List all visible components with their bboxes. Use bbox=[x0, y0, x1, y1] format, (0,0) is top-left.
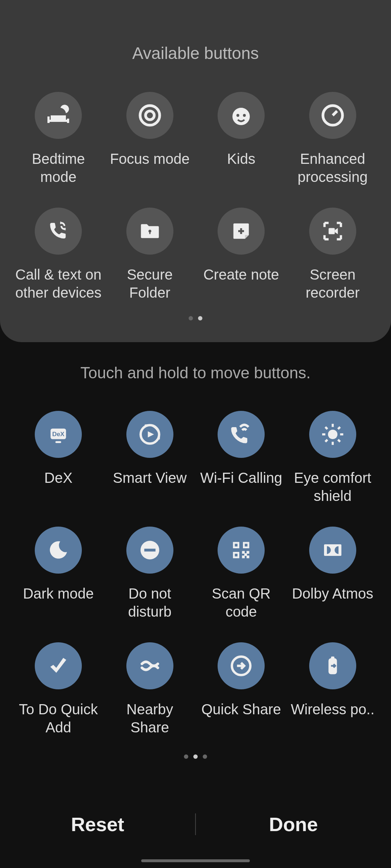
svg-rect-39 bbox=[244, 553, 247, 556]
tile-dolby-atmos[interactable]: Dolby Atmos bbox=[289, 527, 377, 621]
gesture-bar[interactable] bbox=[141, 859, 250, 862]
tile-label: To Do Quick Add bbox=[15, 700, 102, 736]
tile-label: Do not disturb bbox=[106, 584, 193, 621]
moon-icon bbox=[35, 527, 82, 574]
svg-line-25 bbox=[325, 440, 327, 442]
tile-focus-mode[interactable]: Focus mode bbox=[106, 92, 194, 186]
tile-label: DeX bbox=[44, 469, 72, 487]
tile-smart-view[interactable]: Smart View bbox=[106, 411, 194, 505]
tile-kids[interactable]: Kids bbox=[197, 92, 285, 186]
gauge-icon bbox=[309, 92, 356, 139]
svg-point-1 bbox=[140, 106, 160, 125]
svg-text:DeX: DeX bbox=[52, 430, 64, 438]
svg-rect-9 bbox=[149, 231, 150, 234]
svg-rect-28 bbox=[144, 549, 155, 552]
tile-quick-share[interactable]: Quick Share bbox=[197, 642, 285, 736]
tile-label: Enhanced processing bbox=[289, 150, 376, 186]
tile-wireless-powershare[interactable]: Wireless po.. bbox=[289, 642, 377, 736]
tile-label: Quick Share bbox=[201, 700, 281, 718]
svg-rect-40 bbox=[324, 544, 341, 556]
note-icon bbox=[218, 208, 265, 255]
screen-recorder-icon bbox=[309, 208, 356, 255]
svg-rect-32 bbox=[245, 544, 248, 547]
svg-text:A: A bbox=[330, 431, 335, 438]
dnd-icon bbox=[126, 527, 173, 574]
nearby-share-icon bbox=[126, 642, 173, 689]
footer-bar: Reset Done bbox=[0, 813, 391, 835]
tile-do-not-disturb[interactable]: Do not disturb bbox=[106, 527, 194, 621]
page-dot[interactable] bbox=[198, 316, 202, 320]
svg-rect-0 bbox=[51, 115, 66, 120]
qr-icon bbox=[218, 527, 265, 574]
available-panel: Available buttons Bedtime mode bbox=[0, 0, 391, 342]
active-grid: DeX DeX Smart View Wi-Fi bbox=[0, 411, 391, 736]
tile-dark-mode[interactable]: Dark mode bbox=[14, 527, 102, 621]
call-sync-icon bbox=[35, 208, 82, 255]
secure-folder-icon bbox=[126, 208, 173, 255]
tile-label: Wireless po.. bbox=[291, 700, 374, 718]
tile-label: Screen recorder bbox=[289, 265, 376, 302]
svg-rect-34 bbox=[235, 554, 238, 557]
tile-create-note[interactable]: Create note bbox=[197, 208, 285, 302]
tile-eye-comfort-shield[interactable]: A Eye comfort shield bbox=[289, 411, 377, 505]
screen: Available buttons Bedtime mode bbox=[0, 0, 391, 868]
svg-line-24 bbox=[338, 440, 340, 442]
svg-line-7 bbox=[333, 111, 337, 115]
smart-view-icon bbox=[126, 411, 173, 458]
focus-icon bbox=[126, 92, 173, 139]
tile-label: Secure Folder bbox=[106, 265, 193, 302]
tile-call-text-devices[interactable]: Call & text on other devices bbox=[14, 208, 102, 302]
quick-share-icon bbox=[218, 642, 265, 689]
tile-wifi-calling[interactable]: Wi-Fi Calling bbox=[197, 411, 285, 505]
dex-icon: DeX bbox=[35, 411, 82, 458]
tile-label: Kids bbox=[227, 150, 255, 168]
svg-rect-14 bbox=[55, 441, 61, 443]
svg-rect-30 bbox=[235, 544, 238, 547]
tile-label: Dolby Atmos bbox=[292, 584, 373, 603]
dolby-icon bbox=[309, 527, 356, 574]
kids-icon bbox=[218, 92, 265, 139]
tile-label: Wi-Fi Calling bbox=[200, 469, 282, 487]
tile-nearby-share[interactable]: Nearby Share bbox=[106, 642, 194, 736]
wifi-calling-icon bbox=[218, 411, 265, 458]
available-title: Available buttons bbox=[14, 43, 377, 63]
eye-comfort-icon: A bbox=[309, 411, 356, 458]
svg-line-26 bbox=[338, 427, 340, 429]
tile-label: Bedtime mode bbox=[15, 150, 102, 186]
tile-label: Scan QR code bbox=[198, 584, 285, 621]
active-page-indicator bbox=[0, 754, 391, 759]
tile-label: Dark mode bbox=[23, 584, 94, 603]
tile-label: Nearby Share bbox=[106, 700, 193, 736]
page-dot[interactable] bbox=[189, 316, 193, 320]
tile-label: Smart View bbox=[113, 469, 187, 487]
tile-dex[interactable]: DeX DeX bbox=[14, 411, 102, 505]
tile-bedtime-mode[interactable]: Bedtime mode bbox=[14, 92, 102, 186]
page-dot[interactable] bbox=[193, 754, 198, 759]
page-dot[interactable] bbox=[184, 754, 188, 759]
tile-todo-quick-add[interactable]: To Do Quick Add bbox=[14, 642, 102, 736]
tile-scan-qr-code[interactable]: Scan QR code bbox=[197, 527, 285, 621]
tile-enhanced-processing[interactable]: Enhanced processing bbox=[289, 92, 377, 186]
available-page-indicator bbox=[14, 316, 377, 320]
bed-icon bbox=[35, 92, 82, 139]
reset-button[interactable]: Reset bbox=[0, 813, 195, 835]
page-dot[interactable] bbox=[203, 754, 207, 759]
tile-label: Eye comfort shield bbox=[289, 469, 376, 505]
checkmark-icon bbox=[35, 642, 82, 689]
instruction-text: Touch and hold to move buttons. bbox=[0, 364, 391, 382]
available-grid: Bedtime mode Focus mode bbox=[14, 92, 377, 302]
svg-rect-12 bbox=[328, 228, 335, 234]
svg-rect-44 bbox=[331, 656, 334, 659]
tile-label: Focus mode bbox=[110, 150, 190, 168]
svg-point-4 bbox=[236, 114, 239, 117]
tile-label: Create note bbox=[203, 265, 279, 284]
svg-line-23 bbox=[325, 427, 327, 429]
svg-point-2 bbox=[146, 111, 154, 120]
tile-label: Call & text on other devices bbox=[15, 265, 102, 302]
battery-share-icon bbox=[309, 642, 356, 689]
svg-point-5 bbox=[243, 114, 246, 117]
tile-secure-folder[interactable]: Secure Folder bbox=[106, 208, 194, 302]
done-button[interactable]: Done bbox=[196, 813, 391, 835]
tile-screen-recorder[interactable]: Screen recorder bbox=[289, 208, 377, 302]
